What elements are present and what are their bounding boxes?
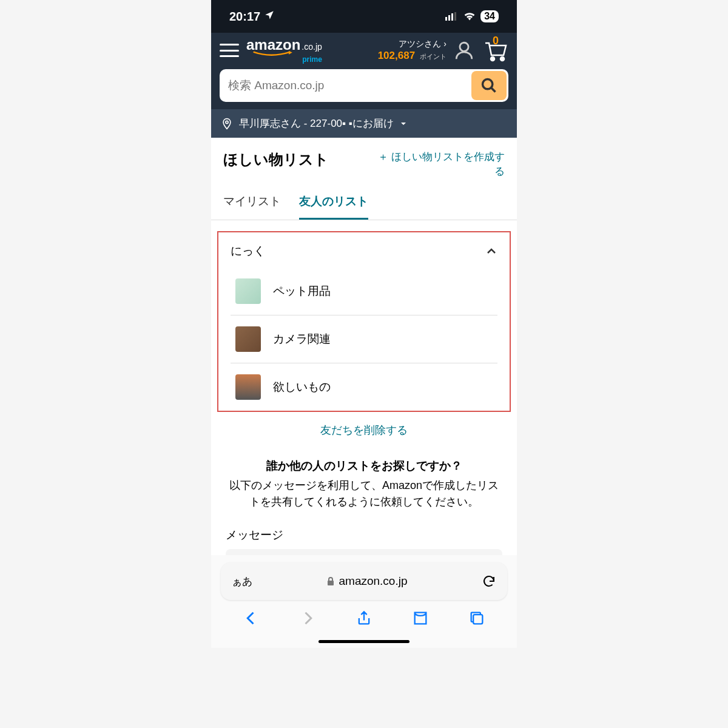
search-button[interactable] [471, 71, 507, 100]
phone-frame: 20:17 34 amazon [211, 0, 517, 648]
safari-text-size-button[interactable]: ぁあ [232, 575, 252, 588]
message-section: メッセージ こんにちは、Amazonでリストを作成されました [211, 516, 517, 555]
cart-button[interactable]: 0 [482, 38, 508, 62]
message-label: メッセージ [226, 527, 502, 543]
amazon-logo[interactable]: amazon .co.jp prime [246, 38, 322, 63]
menu-button[interactable] [220, 44, 239, 57]
svg-rect-0 [445, 17, 447, 21]
list-item-label: 欲しいもの [273, 379, 331, 395]
lock-icon [326, 576, 335, 586]
search-input[interactable] [220, 79, 470, 92]
svg-rect-11 [473, 615, 482, 624]
create-list-link[interactable]: ＋ ほしい物リストを作成する [377, 150, 505, 179]
points-label: ポイント [420, 53, 447, 60]
list-item[interactable]: ペット用品 [231, 268, 497, 315]
home-indicator[interactable] [318, 640, 410, 643]
safari-chrome: ぁあ amazon.co.jp [211, 555, 517, 648]
svg-point-5 [491, 57, 494, 61]
list-item-label: カメラ関連 [273, 331, 331, 347]
svg-rect-1 [448, 15, 450, 21]
cart-count: 0 [493, 35, 499, 47]
location-arrow-icon [264, 10, 275, 24]
wifi-icon [463, 10, 476, 24]
points-value: 102,687 [378, 50, 415, 61]
svg-line-8 [491, 88, 496, 92]
chevron-right-icon: › [443, 39, 447, 49]
bookmarks-icon[interactable] [412, 610, 429, 627]
chevron-up-icon [485, 245, 497, 257]
safari-toolbar [211, 600, 517, 636]
search-icon [480, 77, 497, 94]
delivery-text: 早川厚志さん - 227-00▪ ▪にお届け [239, 116, 394, 130]
svg-rect-2 [451, 13, 453, 21]
safari-domain[interactable]: amazon.co.jp [326, 575, 407, 588]
list-thumb-icon [235, 278, 261, 304]
chevron-down-icon [400, 120, 407, 127]
svg-point-7 [483, 79, 493, 89]
prompt-section: 誰か他の人のリストをお探しですか？ 以下のメッセージを利用して、Amazonで作… [211, 452, 517, 516]
reload-icon[interactable] [482, 574, 496, 588]
svg-point-6 [500, 57, 504, 61]
list-item[interactable]: カメラ関連 [231, 315, 497, 363]
tab-friends[interactable]: 友人のリスト [299, 194, 368, 220]
svg-point-4 [460, 42, 468, 51]
amazon-header: amazon .co.jp prime アツシさん › 102,687 ポイント [211, 33, 517, 109]
main-content: ほしい物リスト ＋ ほしい物リストを作成する マイリスト 友人のリスト にっく … [211, 138, 517, 555]
page-title: ほしい物リスト [223, 150, 329, 169]
user-name: アツシさん [399, 39, 441, 49]
search-bar[interactable] [220, 69, 508, 102]
svg-point-9 [226, 121, 228, 123]
status-bar: 20:17 34 [211, 0, 517, 33]
logo-suffix: .co.jp [302, 42, 322, 51]
back-icon[interactable] [243, 610, 260, 627]
svg-rect-10 [328, 581, 334, 585]
prompt-title: 誰か他の人のリストをお探しですか？ [226, 458, 502, 474]
tab-mylist[interactable]: マイリスト [223, 194, 281, 220]
list-thumb-icon [235, 374, 261, 400]
message-preview: こんにちは、Amazonでリストを作成されました [226, 549, 502, 555]
list-thumb-icon [235, 326, 261, 352]
list-item[interactable]: 欲しいもの [231, 363, 497, 411]
share-icon[interactable] [356, 610, 372, 627]
delivery-bar[interactable]: 早川厚志さん - 227-00▪ ▪にお届け [211, 109, 517, 138]
safari-url-bar[interactable]: ぁあ amazon.co.jp [221, 562, 507, 600]
location-pin-icon [221, 118, 233, 130]
svg-rect-3 [454, 12, 456, 21]
list-item-label: ペット用品 [273, 283, 331, 299]
tabs-icon[interactable] [468, 610, 485, 627]
prompt-body: 以下のメッセージを利用して、Amazonで作成したリストを共有してくれるように依… [226, 477, 502, 510]
friend-list-panel: にっく ペット用品 カメラ関連 欲しいもの [217, 231, 511, 412]
account-icon[interactable] [454, 40, 474, 61]
tabs: マイリスト 友人のリスト [211, 185, 517, 220]
forward-icon [299, 610, 316, 627]
account-link[interactable]: アツシさん › 102,687 ポイント [378, 38, 447, 62]
battery-indicator: 34 [480, 10, 499, 22]
signal-icon [445, 10, 459, 24]
friend-name: にっく [231, 243, 265, 259]
delete-friend-link[interactable]: 友だちを削除する [211, 417, 517, 452]
prime-label: prime [246, 56, 322, 63]
friend-header[interactable]: にっく [218, 232, 510, 268]
status-time: 20:17 [229, 10, 260, 24]
logo-text: amazon [246, 38, 300, 52]
